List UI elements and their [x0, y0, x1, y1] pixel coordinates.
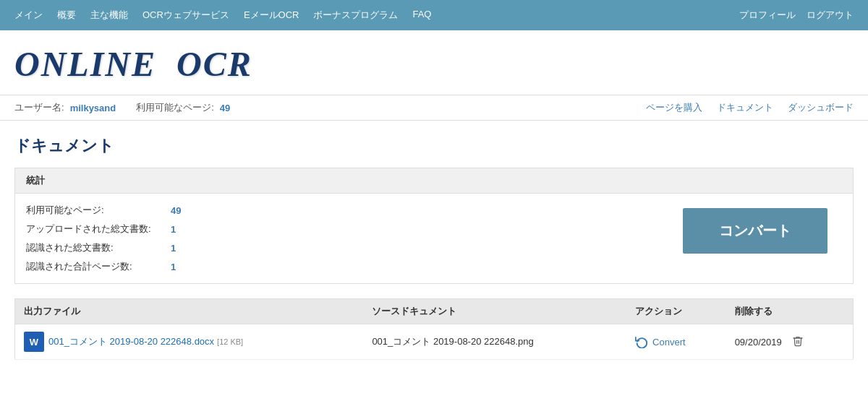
table-row: W 001_コメント 2019-08-20 222648.docx [12 KB…: [15, 324, 854, 360]
word-icon: W: [24, 332, 44, 352]
col-header-action: アクション: [626, 299, 726, 324]
stats-row-uploaded: アップロードされた総文書数: 1: [26, 220, 654, 238]
user-info: ユーザー名: milkysand 利用可能なページ: 49: [14, 101, 230, 114]
date-cell: 09/20/2019: [735, 335, 844, 349]
top-nav: メイン 概要 主な機能 OCRウェブサービス EメールOCR ボーナスプログラム…: [0, 0, 868, 30]
username-value: milkysand: [70, 103, 116, 113]
link-dashboard[interactable]: ダッシュボード: [788, 101, 854, 114]
nav-item-main[interactable]: メイン: [14, 9, 43, 22]
logo: ONLINE OCR: [14, 41, 854, 87]
nav-item-faq[interactable]: FAQ: [412, 9, 431, 22]
page-title: ドキュメント: [14, 135, 854, 157]
output-file-link[interactable]: 001_コメント 2019-08-20 222648.docx: [48, 335, 214, 348]
nav-links-right: プロフィール ログアウト: [739, 9, 854, 22]
stats-row-recognized: 認識された総文書数: 1: [26, 238, 654, 257]
logo-text: ONLINE OCR: [14, 47, 252, 82]
nav-links-left: メイン 概要 主な機能 OCRウェブサービス EメールOCR ボーナスプログラム…: [14, 9, 431, 22]
stats-label-recognized: 認識された総文書数:: [26, 241, 171, 254]
stats-row-pages: 利用可能なページ: 49: [26, 201, 654, 220]
username-label: ユーザー名:: [14, 101, 64, 114]
convert-action-label: Convert: [652, 337, 686, 348]
stats-val-pages: 49: [171, 205, 181, 216]
refresh-icon: [635, 335, 648, 348]
stats-header: 統計: [15, 168, 853, 194]
col-header-output: 出力ファイル: [15, 299, 364, 324]
stats-val-uploaded: 1: [171, 224, 176, 235]
user-bar: ユーザー名: milkysand 利用可能なページ: 49 ページを購入 ドキュ…: [0, 95, 868, 121]
nav-item-profile[interactable]: プロフィール: [739, 9, 796, 22]
nav-item-ocr-web[interactable]: OCRウェブサービス: [142, 9, 229, 22]
stats-rows: 利用可能なページ: 49 アップロードされた総文書数: 1 認識された総文書数:…: [26, 201, 654, 276]
nav-item-about[interactable]: 概要: [57, 9, 76, 22]
stats-val-total-pages: 1: [171, 262, 176, 272]
nav-item-email-ocr[interactable]: EメールOCR: [244, 9, 299, 22]
nav-item-features[interactable]: 主な機能: [90, 9, 128, 22]
link-documents[interactable]: ドキュメント: [717, 101, 773, 114]
stats-body: 利用可能なページ: 49 アップロードされた総文書数: 1 認識された総文書数:…: [15, 194, 853, 283]
col-header-source: ソースドキュメント: [363, 299, 626, 324]
file-date: 09/20/2019: [735, 337, 782, 348]
link-buy-pages[interactable]: ページを購入: [646, 101, 702, 114]
stats-row-total-pages: 認識された合計ページ数: 1: [26, 257, 654, 276]
user-bar-links: ページを購入 ドキュメント ダッシュボード: [646, 101, 854, 114]
stats-val-recognized: 1: [171, 243, 176, 254]
file-cell: W 001_コメント 2019-08-20 222648.docx [12 KB…: [24, 332, 354, 352]
delete-cell: 09/20/2019: [726, 324, 854, 360]
file-size: [12 KB]: [217, 337, 243, 346]
convert-button[interactable]: コンバート: [683, 208, 827, 254]
stats-label-uploaded: アップロードされた総文書数:: [26, 223, 171, 236]
table-header-row: 出力ファイル ソースドキュメント アクション 削除する: [15, 299, 854, 324]
stats-label-pages: 利用可能なページ:: [26, 204, 171, 217]
nav-item-logout[interactable]: ログアウト: [807, 9, 854, 22]
nav-item-bonus[interactable]: ボーナスプログラム: [313, 9, 398, 22]
convert-action-link[interactable]: Convert: [635, 335, 718, 348]
trash-icon[interactable]: [792, 335, 804, 349]
source-doc-cell: 001_コメント 2019-08-20 222648.png: [363, 324, 626, 360]
pages-value: 49: [220, 103, 230, 113]
pages-label: 利用可能なページ:: [136, 101, 214, 114]
col-header-delete: 削除する: [726, 299, 854, 324]
stats-section: 統計 利用可能なページ: 49 アップロードされた総文書数: 1 認識された総文…: [14, 168, 854, 284]
logo-area: ONLINE OCR: [0, 30, 868, 95]
files-table: 出力ファイル ソースドキュメント アクション 削除する W 001_コメント 2…: [14, 298, 854, 360]
page-content: ドキュメント 統計 利用可能なページ: 49 アップロードされた総文書数: 1 …: [0, 121, 868, 374]
convert-button-area: コンバート: [683, 201, 842, 261]
output-file-cell: W 001_コメント 2019-08-20 222648.docx [12 KB…: [15, 324, 364, 360]
stats-label-total-pages: 認識された合計ページ数:: [26, 260, 171, 273]
action-cell: Convert: [626, 324, 726, 360]
